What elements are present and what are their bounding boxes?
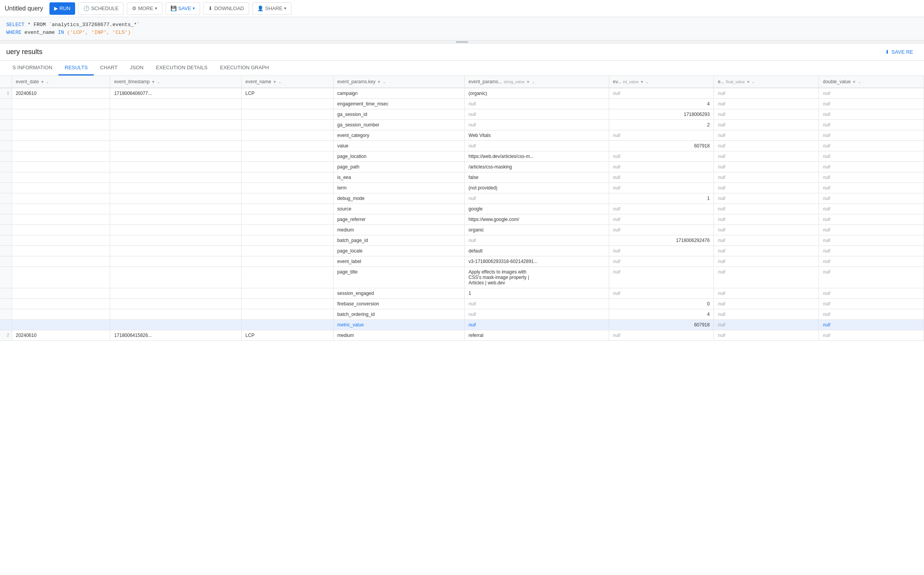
gear-icon: ⚙ xyxy=(132,5,137,11)
cell-float-value: null xyxy=(714,235,819,246)
results-header: uery results ⬇ SAVE RE xyxy=(0,44,924,61)
tab-execution-graph[interactable]: EXECUTION GRAPH xyxy=(214,61,275,75)
resize-handle[interactable] xyxy=(0,40,924,44)
col-header-double-value[interactable]: double_value ▼ ⌄ xyxy=(819,76,924,88)
save-icon: 💾 xyxy=(170,5,177,11)
share-icon: 👤 xyxy=(257,5,263,11)
cell-float-value: null xyxy=(714,214,819,225)
cell-float-value: null xyxy=(714,246,819,256)
cell-event-date xyxy=(12,214,110,225)
cell-int-value: null xyxy=(609,214,714,225)
cell-event-timestamp xyxy=(110,299,241,309)
cell-event-date xyxy=(12,320,110,330)
tab-json[interactable]: JSON xyxy=(124,61,150,75)
col-header-string-value[interactable]: event_params... string_value ▼ ⌄ xyxy=(464,76,609,88)
col-resize[interactable] xyxy=(240,76,241,88)
cell-event-timestamp xyxy=(110,214,241,225)
cell-event-date xyxy=(12,256,110,267)
col-header-params-key[interactable]: event_params.key ▼ ⌄ xyxy=(333,76,464,88)
cell-int-value: 1718006293 xyxy=(609,109,714,120)
cell-param-key: session_engaged xyxy=(333,288,464,299)
col-resize[interactable] xyxy=(463,76,464,88)
cell-event-name xyxy=(241,120,333,130)
save-results-button[interactable]: ⬇ SAVE RE xyxy=(880,47,918,57)
col-resize[interactable] xyxy=(332,76,333,88)
cell-event-name xyxy=(241,204,333,214)
cell-event-timestamp xyxy=(110,204,241,214)
row-number xyxy=(0,130,12,141)
tab-results[interactable]: RESULTS xyxy=(58,61,94,75)
cell-event-date xyxy=(12,130,110,141)
cell-event-name xyxy=(241,267,333,288)
cell-string-value: 1 xyxy=(464,288,609,299)
tab-chart[interactable]: CHART xyxy=(94,61,124,75)
cell-int-value: null xyxy=(609,225,714,235)
col-header-event-name[interactable]: event_name ▼ ⌄ xyxy=(241,76,333,88)
cell-int-value: null xyxy=(609,256,714,267)
sort-icon: ▼ xyxy=(273,80,277,84)
cell-event-name xyxy=(241,309,333,320)
cell-double-value: null xyxy=(819,309,924,320)
cell-event-timestamp xyxy=(110,288,241,299)
cell-event-timestamp: 1718006415826... xyxy=(110,330,241,341)
run-button[interactable]: ▶ RUN xyxy=(49,2,75,15)
cell-string-value: organic xyxy=(464,225,609,235)
sql-editor[interactable]: SELECT * FROM `analytics_337268677.event… xyxy=(0,17,924,40)
results-table-container[interactable]: event_date ▼ ⌄ event_timestamp ▼ ⌄ xyxy=(0,76,924,572)
sort-icon: ▼ xyxy=(151,80,155,84)
cell-event-name: LCP xyxy=(241,330,333,341)
cell-double-value: null xyxy=(819,256,924,267)
cell-event-date xyxy=(12,299,110,309)
cell-int-value: null xyxy=(609,183,714,193)
cell-event-timestamp xyxy=(110,109,241,120)
cell-double-value: null xyxy=(819,330,924,341)
col-resize[interactable] xyxy=(607,76,609,88)
cell-float-value: null xyxy=(714,151,819,162)
cell-int-value: null xyxy=(609,172,714,183)
cell-int-value: 607918 xyxy=(609,141,714,151)
cell-event-timestamp: 1718006406077... xyxy=(110,88,241,99)
cell-float-value: null xyxy=(714,172,819,183)
more-button[interactable]: ⚙ MORE ▾ xyxy=(127,2,162,15)
cell-string-value: false xyxy=(464,172,609,183)
tab-execution-details[interactable]: EXECUTION DETAILS xyxy=(150,61,214,75)
cell-int-value: 1718006292476 xyxy=(609,235,714,246)
tab-schema-information[interactable]: S INFORMATION xyxy=(6,61,58,75)
col-resize[interactable] xyxy=(922,76,924,88)
cell-param-key: page_referrer xyxy=(333,214,464,225)
cell-float-value: null xyxy=(714,320,819,330)
filter-icon: ⌄ xyxy=(752,80,755,84)
save-results-icon: ⬇ xyxy=(885,49,889,55)
save-button[interactable]: 💾 SAVE ▾ xyxy=(165,2,200,15)
cell-int-value: 607918 xyxy=(609,320,714,330)
save-results-label: SAVE RE xyxy=(892,49,913,55)
cell-float-value: null xyxy=(714,88,819,99)
col-resize[interactable] xyxy=(817,76,819,88)
cell-event-name xyxy=(241,99,333,109)
col-header-event-timestamp[interactable]: event_timestamp ▼ ⌄ xyxy=(110,76,241,88)
share-button[interactable]: 👤 SHARE ▾ xyxy=(252,2,292,15)
filter-icon: ⌄ xyxy=(645,80,648,84)
cell-double-value: null xyxy=(819,99,924,109)
col-header-event-date[interactable]: event_date ▼ ⌄ xyxy=(12,76,110,88)
download-button[interactable]: ⬇ DOWNLOAD xyxy=(203,2,249,15)
schedule-icon: 🕐 xyxy=(83,5,90,11)
filter-icon: ⌄ xyxy=(858,80,861,84)
cell-double-value: null xyxy=(819,320,924,330)
cell-double-value: null xyxy=(819,141,924,151)
cell-float-value: null xyxy=(714,225,819,235)
cell-event-date xyxy=(12,162,110,172)
cell-int-value: 4 xyxy=(609,309,714,320)
cell-event-timestamp xyxy=(110,225,241,235)
cell-float-value: null xyxy=(714,330,819,341)
row-number xyxy=(0,214,12,225)
col-resize[interactable] xyxy=(712,76,713,88)
cell-event-date xyxy=(12,246,110,256)
col-header-int-value[interactable]: ev... int_value ▼ ⌄ xyxy=(609,76,714,88)
col-header-float-value[interactable]: e... float_value ▼ ⌄ xyxy=(714,76,819,88)
cell-event-name xyxy=(241,320,333,330)
col-resize[interactable] xyxy=(108,76,110,88)
schedule-button[interactable]: 🕐 SCHEDULE xyxy=(78,2,124,15)
cell-double-value: null xyxy=(819,214,924,225)
cell-param-key: ga_session_id xyxy=(333,109,464,120)
